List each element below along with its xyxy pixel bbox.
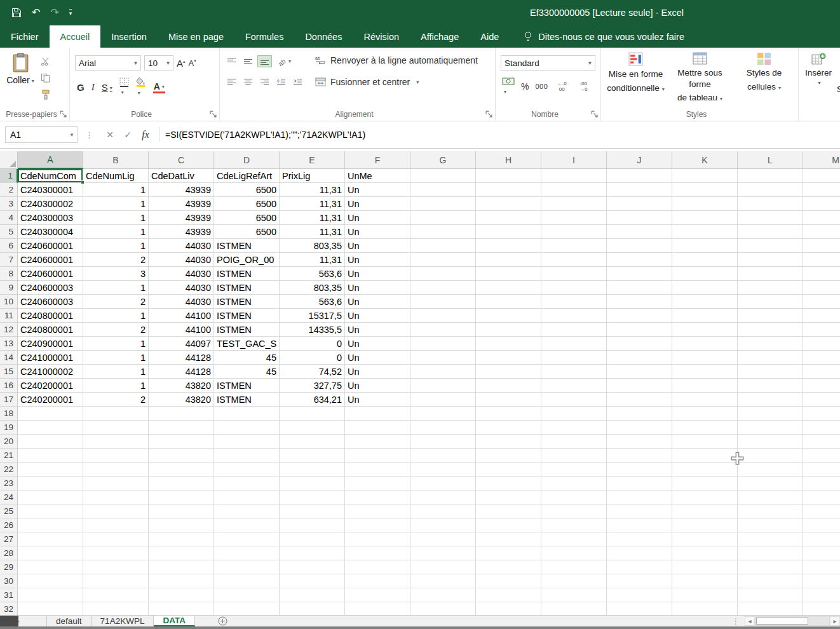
cell-M5[interactable] [803, 225, 840, 239]
select-all-corner[interactable] [0, 151, 18, 169]
cell-K27[interactable] [672, 532, 738, 546]
cell-E5[interactable]: 11,31 [280, 225, 345, 239]
cell-E15[interactable]: 74,52 [280, 365, 345, 379]
cell-I31[interactable] [541, 588, 607, 602]
cell-C26[interactable] [149, 518, 214, 532]
cell-I13[interactable] [541, 337, 607, 351]
cell-A25[interactable] [18, 504, 83, 518]
cell-F17[interactable]: Un [345, 393, 410, 407]
cell-M23[interactable] [803, 477, 840, 490]
cell-G10[interactable] [410, 295, 476, 309]
cell-K24[interactable] [672, 490, 738, 504]
cell-I22[interactable] [541, 463, 607, 477]
cell-K1[interactable] [672, 169, 738, 183]
cell-E21[interactable] [280, 449, 345, 463]
cell-B32[interactable] [83, 602, 149, 615]
cell-I12[interactable] [541, 323, 607, 337]
row-header-11[interactable]: 11 [0, 309, 18, 323]
cell-F25[interactable] [345, 504, 410, 518]
col-header-J[interactable]: J [607, 151, 672, 169]
cell-F5[interactable]: Un [345, 225, 410, 239]
cell-C24[interactable] [149, 490, 214, 504]
row-header-12[interactable]: 12 [0, 323, 18, 337]
cell-J18[interactable] [607, 407, 672, 421]
align-middle-icon[interactable] [241, 56, 255, 67]
cell-G4[interactable] [410, 211, 476, 225]
row-header-25[interactable]: 25 [0, 504, 18, 518]
row-header-29[interactable]: 29 [0, 560, 18, 574]
cell-D4[interactable]: 6500 [214, 211, 280, 225]
percent-style-button[interactable]: % [521, 81, 529, 91]
cell-J28[interactable] [607, 546, 672, 560]
cell-G29[interactable] [410, 560, 476, 574]
row-header-7[interactable]: 7 [0, 253, 18, 267]
cell-D6[interactable]: ISTMEN [214, 239, 280, 253]
cell-K18[interactable] [672, 407, 738, 421]
cell-J2[interactable] [607, 183, 672, 197]
cell-M10[interactable] [803, 295, 840, 309]
cell-L32[interactable] [738, 602, 803, 615]
cell-I1[interactable] [541, 169, 607, 183]
cell-G6[interactable] [410, 239, 476, 253]
clipboard-dialog-launcher-icon[interactable] [60, 111, 67, 118]
cell-M4[interactable] [803, 211, 840, 225]
conditional-formatting-button[interactable]: Mise en forme conditionnelle [604, 52, 668, 104]
cell-K5[interactable] [672, 225, 738, 239]
cell-I23[interactable] [541, 477, 607, 490]
col-header-G[interactable]: G [410, 151, 476, 169]
cell-E32[interactable] [280, 602, 345, 615]
cell-F19[interactable] [345, 421, 410, 435]
cell-D5[interactable]: 6500 [214, 225, 280, 239]
cell-F7[interactable]: Un [345, 253, 410, 267]
cell-J7[interactable] [607, 253, 672, 267]
row-header-28[interactable]: 28 [0, 546, 18, 560]
cell-D12[interactable]: ISTMEN [214, 323, 280, 337]
cell-D16[interactable]: ISTMEN [214, 379, 280, 393]
cell-E27[interactable] [280, 532, 345, 546]
cell-I19[interactable] [541, 421, 607, 435]
align-top-icon[interactable] [225, 56, 238, 67]
font-name-combo[interactable]: Arial ▼ [75, 55, 141, 71]
cell-styles-button[interactable]: Styles de cellules [732, 52, 796, 104]
cell-G22[interactable] [410, 463, 476, 477]
accounting-format-icon[interactable] [502, 77, 515, 96]
row-header-26[interactable]: 26 [0, 518, 18, 532]
cell-G7[interactable] [410, 253, 476, 267]
cell-A3[interactable]: C240300002 [18, 197, 83, 211]
cell-B21[interactable] [83, 449, 149, 463]
tab-insertion[interactable]: Insertion [100, 25, 158, 48]
cell-F27[interactable] [345, 532, 410, 546]
hscroll-right-arrow[interactable]: ▸ [830, 616, 840, 626]
cell-A8[interactable]: C240600001 [18, 267, 83, 281]
cell-K26[interactable] [672, 518, 738, 532]
row-header-6[interactable]: 6 [0, 239, 18, 253]
cell-M11[interactable] [803, 309, 840, 323]
cell-I20[interactable] [541, 435, 607, 449]
cell-B24[interactable] [83, 490, 149, 504]
cancel-icon[interactable]: ✕ [101, 130, 119, 140]
cell-J15[interactable] [607, 365, 672, 379]
align-center-icon[interactable] [241, 77, 255, 88]
cell-I7[interactable] [541, 253, 607, 267]
cell-J32[interactable] [607, 602, 672, 615]
cell-G25[interactable] [410, 504, 476, 518]
cell-A11[interactable]: C240800001 [18, 309, 83, 323]
cell-E10[interactable]: 563,6 [280, 295, 345, 309]
cell-B18[interactable] [83, 407, 149, 421]
cell-I32[interactable] [541, 602, 607, 615]
cell-L24[interactable] [738, 490, 803, 504]
cell-D27[interactable] [214, 532, 280, 546]
cell-B25[interactable] [83, 504, 149, 518]
cell-M27[interactable] [803, 532, 840, 546]
cell-C21[interactable] [149, 449, 214, 463]
cell-A21[interactable] [18, 449, 83, 463]
cell-J4[interactable] [607, 211, 672, 225]
cell-M15[interactable] [803, 365, 840, 379]
cell-G14[interactable] [410, 351, 476, 365]
cell-G32[interactable] [410, 602, 476, 615]
cell-H4[interactable] [476, 211, 541, 225]
cell-H8[interactable] [476, 267, 541, 281]
cell-I16[interactable] [541, 379, 607, 393]
cell-G28[interactable] [410, 546, 476, 560]
cell-L7[interactable] [738, 253, 803, 267]
